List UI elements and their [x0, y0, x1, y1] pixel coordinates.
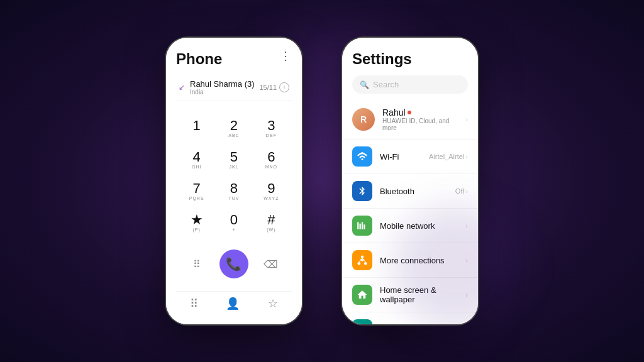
favorites-nav-icon[interactable]: ☆	[268, 297, 278, 310]
phone-bottom-nav: ⠿ 👤 ☆	[176, 291, 292, 318]
dial-key-7[interactable]: 7PQRS	[179, 177, 214, 207]
bluetooth-label: Bluetooth	[380, 187, 448, 196]
search-placeholder-text: Search	[373, 80, 399, 89]
phone-header: Phone ⋮	[176, 50, 292, 68]
user-avatar: R	[352, 108, 375, 131]
dialpad-grid: 1 2ABC 3DEF 4GHI 5JKL 6MNO 7PQRS 8TUV 9W…	[179, 114, 289, 238]
more-connections-label: More connections	[380, 256, 458, 265]
home-screen-right: ›	[465, 291, 468, 299]
profile-text: Rahul HUAWEI ID, Cloud, and more	[382, 107, 458, 131]
svg-point-1	[358, 262, 361, 265]
settings-frame: Settings 🔍 Search R Rahul HUAWEI ID, Cl	[341, 36, 479, 326]
mobile-network-label: Mobile network	[380, 221, 458, 231]
wifi-icon-wrap	[352, 146, 372, 167]
mobile-network-right: ›	[465, 222, 468, 229]
call-meta: 15/11 i	[259, 82, 289, 92]
call-count: 15/11	[259, 84, 277, 91]
settings-item-bluetooth[interactable]: Bluetooth Off ›	[342, 174, 478, 209]
bluetooth-text: Bluetooth	[380, 187, 448, 196]
more-options-icon[interactable]: ⋮	[280, 50, 292, 62]
apps-grid-icon: ⠿	[193, 258, 201, 270]
settings-title: Settings	[342, 50, 478, 68]
contacts-nav-icon[interactable]: 👤	[226, 297, 240, 310]
more-connections-icon-wrap	[352, 250, 372, 270]
more-connections-text: More connections	[380, 256, 458, 265]
bluetooth-value: Off	[455, 187, 464, 195]
dialpad-actions: ⠿ 📞 ⌫	[179, 243, 289, 285]
dial-key-6[interactable]: 6MNO	[253, 145, 289, 175]
phone-frame: Phone ⋮ ↙ Rahul Sharma (3) India 15/11 i…	[165, 36, 303, 326]
recent-call-item[interactable]: ↙ Rahul Sharma (3) India 15/11 i	[176, 74, 292, 101]
info-icon[interactable]: i	[279, 82, 289, 92]
settings-list: R Rahul HUAWEI ID, Cloud, and more ›	[342, 100, 478, 324]
svg-point-2	[364, 262, 367, 265]
profile-name: Rahul	[382, 107, 458, 118]
profile-sub: HUAWEI ID, Cloud, and more	[382, 118, 458, 131]
bluetooth-icon-wrap	[352, 181, 372, 201]
home-screen-chevron-icon: ›	[465, 291, 468, 299]
home-screen-icon-wrap	[352, 285, 372, 305]
profile-chevron: ›	[465, 116, 468, 123]
mobile-network-chevron-icon: ›	[465, 222, 468, 229]
dial-key-2[interactable]: 2ABC	[216, 114, 252, 144]
call-info: Rahul Sharma (3) India	[190, 79, 259, 96]
phone-title: Phone	[176, 50, 222, 68]
dial-key-0[interactable]: 0+	[216, 208, 252, 238]
bluetooth-right: Off ›	[455, 187, 468, 195]
backspace-button[interactable]: ⌫	[252, 255, 289, 274]
chevron-right-icon: ›	[465, 116, 468, 123]
wifi-right: Airtel_Airtel ›	[429, 153, 468, 160]
display-icon-wrap	[352, 319, 372, 324]
settings-app: Settings 🔍 Search R Rahul HUAWEI ID, Cl	[342, 38, 478, 324]
call-country: India	[190, 89, 259, 96]
call-name: Rahul Sharma (3)	[190, 79, 259, 89]
bluetooth-chevron-icon: ›	[465, 187, 468, 195]
dial-key-1[interactable]: 1	[179, 114, 214, 144]
missed-call-icon: ↙	[179, 83, 185, 92]
dial-key-hash[interactable]: #(W)	[253, 208, 289, 238]
call-button[interactable]: 📞	[216, 246, 253, 282]
apps-button[interactable]: ⠿	[179, 255, 216, 274]
dial-key-3[interactable]: 3DEF	[253, 114, 289, 144]
dialpad-nav-icon[interactable]: ⠿	[190, 297, 198, 310]
settings-item-display[interactable]: Display & brightness ›	[342, 312, 478, 324]
phone-app: Phone ⋮ ↙ Rahul Sharma (3) India 15/11 i…	[166, 38, 302, 324]
wifi-text: Wi-Fi	[380, 152, 421, 162]
more-connections-right: ›	[465, 256, 468, 264]
call-dial-icon[interactable]: 📞	[219, 250, 248, 278]
settings-item-wifi[interactable]: Wi-Fi Airtel_Airtel ›	[342, 140, 478, 174]
wifi-label: Wi-Fi	[380, 152, 421, 162]
search-icon: 🔍	[360, 80, 369, 89]
phone-screen: Phone ⋮ ↙ Rahul Sharma (3) India 15/11 i…	[166, 38, 302, 324]
dialpad: 1 2ABC 3DEF 4GHI 5JKL 6MNO 7PQRS 8TUV 9W…	[176, 107, 292, 291]
mobile-network-icon-wrap	[352, 216, 372, 236]
home-screen-label: Home screen & wallpaper	[380, 285, 458, 304]
backspace-icon: ⌫	[264, 258, 278, 270]
dial-key-star[interactable]: ★(P)	[179, 208, 214, 238]
mobile-network-text: Mobile network	[380, 221, 458, 231]
dial-key-9[interactable]: 9WXYZ	[253, 177, 289, 207]
home-screen-text: Home screen & wallpaper	[380, 285, 458, 304]
settings-item-more-connections[interactable]: More connections ›	[342, 243, 478, 278]
settings-item-mobile-network[interactable]: Mobile network ›	[342, 209, 478, 243]
settings-profile-item[interactable]: R Rahul HUAWEI ID, Cloud, and more ›	[342, 100, 478, 140]
wifi-chevron-icon: ›	[465, 153, 468, 160]
more-connections-chevron-icon: ›	[465, 256, 468, 264]
svg-point-0	[361, 256, 364, 259]
dial-key-8[interactable]: 8TUV	[216, 177, 252, 207]
notification-dot	[408, 111, 411, 114]
settings-item-home-screen[interactable]: Home screen & wallpaper ›	[342, 278, 478, 312]
dial-key-4[interactable]: 4GHI	[179, 145, 214, 175]
dial-key-5[interactable]: 5JKL	[216, 145, 252, 175]
settings-screen: Settings 🔍 Search R Rahul HUAWEI ID, Cl	[342, 38, 478, 324]
wifi-value: Airtel_Airtel	[429, 153, 464, 160]
settings-search-bar[interactable]: 🔍 Search	[352, 75, 468, 94]
